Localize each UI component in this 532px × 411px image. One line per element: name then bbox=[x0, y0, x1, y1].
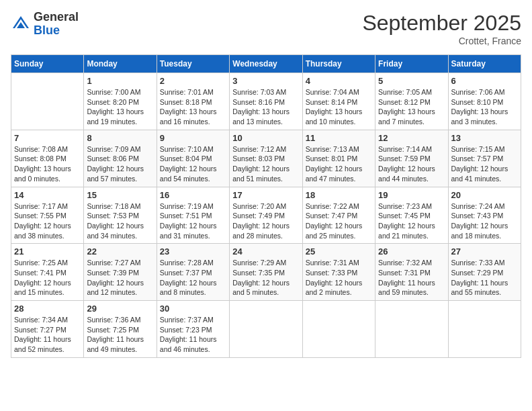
day-number: 30 bbox=[160, 304, 226, 314]
day-number: 13 bbox=[451, 133, 518, 143]
calendar-cell: 19Sunrise: 7:23 AMSunset: 7:45 PMDayligh… bbox=[375, 187, 448, 244]
day-info: Sunrise: 7:03 AMSunset: 8:16 PMDaylight:… bbox=[232, 87, 299, 127]
day-number: 18 bbox=[306, 190, 372, 200]
calendar-cell: 13Sunrise: 7:15 AMSunset: 7:57 PMDayligh… bbox=[448, 130, 521, 187]
month-year-title: September 2025 bbox=[362, 11, 521, 36]
day-of-week-friday: Friday bbox=[375, 55, 448, 73]
calendar-cell bbox=[375, 301, 448, 358]
day-of-week-monday: Monday bbox=[84, 55, 157, 73]
calendar-cell: 12Sunrise: 7:14 AMSunset: 7:59 PMDayligh… bbox=[375, 130, 448, 187]
day-number: 26 bbox=[378, 246, 445, 257]
day-info: Sunrise: 7:27 AMSunset: 7:39 PMDaylight:… bbox=[87, 258, 153, 298]
day-info: Sunrise: 7:24 AMSunset: 7:43 PMDaylight:… bbox=[451, 201, 518, 241]
day-info: Sunrise: 7:13 AMSunset: 8:01 PMDaylight:… bbox=[306, 144, 372, 184]
week-row-4: 21Sunrise: 7:25 AMSunset: 7:41 PMDayligh… bbox=[11, 244, 521, 301]
day-info: Sunrise: 7:31 AMSunset: 7:33 PMDaylight:… bbox=[306, 258, 372, 298]
calendar-cell: 9Sunrise: 7:10 AMSunset: 8:04 PMDaylight… bbox=[157, 130, 229, 187]
day-number: 4 bbox=[306, 76, 372, 86]
logo-blue-text: Blue bbox=[34, 24, 60, 37]
calendar-cell: 17Sunrise: 7:20 AMSunset: 7:49 PMDayligh… bbox=[230, 187, 302, 244]
day-of-week-sunday: Sunday bbox=[11, 55, 84, 73]
day-number: 6 bbox=[451, 76, 518, 86]
calendar-cell: 30Sunrise: 7:37 AMSunset: 7:23 PMDayligh… bbox=[157, 301, 229, 358]
day-info: Sunrise: 7:33 AMSunset: 7:29 PMDaylight:… bbox=[451, 258, 518, 298]
day-number: 23 bbox=[160, 246, 226, 257]
week-row-5: 28Sunrise: 7:34 AMSunset: 7:27 PMDayligh… bbox=[11, 301, 521, 358]
calendar-cell: 18Sunrise: 7:22 AMSunset: 7:47 PMDayligh… bbox=[302, 187, 375, 244]
day-number: 14 bbox=[14, 190, 81, 200]
title-block: September 2025 Crottet, France bbox=[362, 11, 521, 46]
calendar-cell: 23Sunrise: 7:28 AMSunset: 7:37 PMDayligh… bbox=[157, 244, 229, 301]
day-info: Sunrise: 7:09 AMSunset: 8:06 PMDaylight:… bbox=[87, 144, 153, 184]
day-number: 20 bbox=[451, 190, 518, 200]
calendar-cell: 28Sunrise: 7:34 AMSunset: 7:27 PMDayligh… bbox=[11, 301, 84, 358]
day-number: 28 bbox=[14, 304, 81, 314]
day-info: Sunrise: 7:37 AMSunset: 7:23 PMDaylight:… bbox=[160, 315, 226, 355]
day-info: Sunrise: 7:04 AMSunset: 8:14 PMDaylight:… bbox=[306, 87, 372, 127]
logo-icon bbox=[11, 14, 31, 34]
day-number: 16 bbox=[160, 190, 226, 200]
calendar-table: SundayMondayTuesdayWednesdayThursdayFrid… bbox=[11, 54, 521, 358]
day-info: Sunrise: 7:18 AMSunset: 7:53 PMDaylight:… bbox=[87, 201, 153, 241]
day-info: Sunrise: 7:25 AMSunset: 7:41 PMDaylight:… bbox=[14, 258, 81, 298]
calendar-cell: 6Sunrise: 7:06 AMSunset: 8:10 PMDaylight… bbox=[448, 73, 521, 130]
day-number: 9 bbox=[160, 133, 226, 143]
calendar-cell: 11Sunrise: 7:13 AMSunset: 8:01 PMDayligh… bbox=[302, 130, 375, 187]
day-number: 5 bbox=[378, 76, 445, 86]
calendar-cell bbox=[302, 301, 375, 358]
day-number: 7 bbox=[14, 133, 81, 143]
day-number: 1 bbox=[87, 76, 153, 86]
day-number: 19 bbox=[378, 190, 445, 200]
calendar-cell: 25Sunrise: 7:31 AMSunset: 7:33 PMDayligh… bbox=[302, 244, 375, 301]
day-number: 15 bbox=[87, 190, 153, 200]
calendar-cell: 20Sunrise: 7:24 AMSunset: 7:43 PMDayligh… bbox=[448, 187, 521, 244]
calendar-cell: 24Sunrise: 7:29 AMSunset: 7:35 PMDayligh… bbox=[230, 244, 302, 301]
calendar-cell: 10Sunrise: 7:12 AMSunset: 8:03 PMDayligh… bbox=[230, 130, 302, 187]
day-number: 17 bbox=[232, 190, 299, 200]
calendar-cell bbox=[448, 301, 521, 358]
days-of-week-row: SundayMondayTuesdayWednesdayThursdayFrid… bbox=[11, 55, 521, 73]
day-info: Sunrise: 7:08 AMSunset: 8:08 PMDaylight:… bbox=[14, 144, 81, 184]
day-info: Sunrise: 7:10 AMSunset: 8:04 PMDaylight:… bbox=[160, 144, 226, 184]
week-row-3: 14Sunrise: 7:17 AMSunset: 7:55 PMDayligh… bbox=[11, 187, 521, 244]
day-info: Sunrise: 7:17 AMSunset: 7:55 PMDaylight:… bbox=[14, 201, 81, 241]
calendar-cell: 29Sunrise: 7:36 AMSunset: 7:25 PMDayligh… bbox=[84, 301, 157, 358]
calendar-cell: 14Sunrise: 7:17 AMSunset: 7:55 PMDayligh… bbox=[11, 187, 84, 244]
day-info: Sunrise: 7:20 AMSunset: 7:49 PMDaylight:… bbox=[232, 201, 299, 241]
day-number: 11 bbox=[306, 133, 372, 143]
day-number: 8 bbox=[87, 133, 153, 143]
day-info: Sunrise: 7:06 AMSunset: 8:10 PMDaylight:… bbox=[451, 87, 518, 127]
calendar-cell bbox=[230, 301, 302, 358]
day-info: Sunrise: 7:15 AMSunset: 7:57 PMDaylight:… bbox=[451, 144, 518, 184]
calendar-header: SundayMondayTuesdayWednesdayThursdayFrid… bbox=[11, 55, 521, 73]
logo-text: General Blue bbox=[34, 11, 79, 38]
day-number: 24 bbox=[232, 246, 299, 257]
day-number: 12 bbox=[378, 133, 445, 143]
day-number: 3 bbox=[232, 76, 299, 86]
calendar-cell: 15Sunrise: 7:18 AMSunset: 7:53 PMDayligh… bbox=[84, 187, 157, 244]
location-label: Crottet, France bbox=[362, 36, 521, 46]
day-of-week-wednesday: Wednesday bbox=[230, 55, 302, 73]
calendar-cell: 26Sunrise: 7:32 AMSunset: 7:31 PMDayligh… bbox=[375, 244, 448, 301]
calendar-cell: 16Sunrise: 7:19 AMSunset: 7:51 PMDayligh… bbox=[157, 187, 229, 244]
day-number: 10 bbox=[232, 133, 299, 143]
day-info: Sunrise: 7:36 AMSunset: 7:25 PMDaylight:… bbox=[87, 315, 153, 355]
day-info: Sunrise: 7:32 AMSunset: 7:31 PMDaylight:… bbox=[378, 258, 445, 298]
calendar-cell: 2Sunrise: 7:01 AMSunset: 8:18 PMDaylight… bbox=[157, 73, 229, 130]
calendar-cell: 22Sunrise: 7:27 AMSunset: 7:39 PMDayligh… bbox=[84, 244, 157, 301]
calendar-cell: 5Sunrise: 7:05 AMSunset: 8:12 PMDaylight… bbox=[375, 73, 448, 130]
day-info: Sunrise: 7:22 AMSunset: 7:47 PMDaylight:… bbox=[306, 201, 372, 241]
day-info: Sunrise: 7:19 AMSunset: 7:51 PMDaylight:… bbox=[160, 201, 226, 241]
calendar-body: 1Sunrise: 7:00 AMSunset: 8:20 PMDaylight… bbox=[11, 73, 521, 358]
day-number: 2 bbox=[160, 76, 226, 86]
day-of-week-thursday: Thursday bbox=[302, 55, 375, 73]
week-row-2: 7Sunrise: 7:08 AMSunset: 8:08 PMDaylight… bbox=[11, 130, 521, 187]
calendar-cell bbox=[11, 73, 84, 130]
page-header: General Blue September 2025 Crottet, Fra… bbox=[11, 11, 521, 46]
day-info: Sunrise: 7:12 AMSunset: 8:03 PMDaylight:… bbox=[232, 144, 299, 184]
day-number: 22 bbox=[87, 246, 153, 257]
calendar-cell: 4Sunrise: 7:04 AMSunset: 8:14 PMDaylight… bbox=[302, 73, 375, 130]
day-info: Sunrise: 7:34 AMSunset: 7:27 PMDaylight:… bbox=[14, 315, 81, 355]
day-info: Sunrise: 7:14 AMSunset: 7:59 PMDaylight:… bbox=[378, 144, 445, 184]
calendar-cell: 8Sunrise: 7:09 AMSunset: 8:06 PMDaylight… bbox=[84, 130, 157, 187]
